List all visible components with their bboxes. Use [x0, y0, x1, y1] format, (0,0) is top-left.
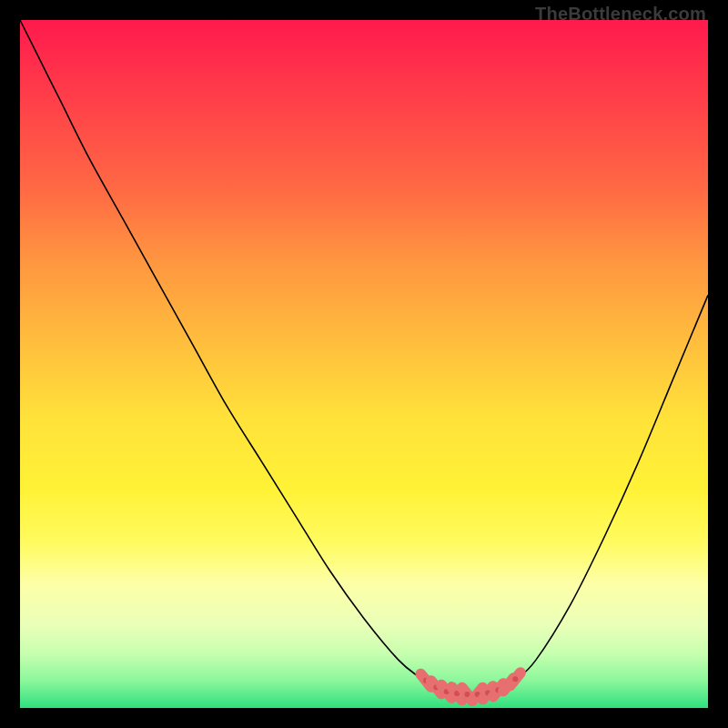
watermark-label: TheBottleneck.com — [535, 4, 706, 25]
chart-frame: TheBottleneck.com — [0, 0, 728, 728]
bottleneck-curve — [20, 20, 708, 694]
marker-dot — [512, 676, 518, 682]
chart-svg — [20, 20, 708, 708]
curve-markers — [420, 672, 521, 701]
